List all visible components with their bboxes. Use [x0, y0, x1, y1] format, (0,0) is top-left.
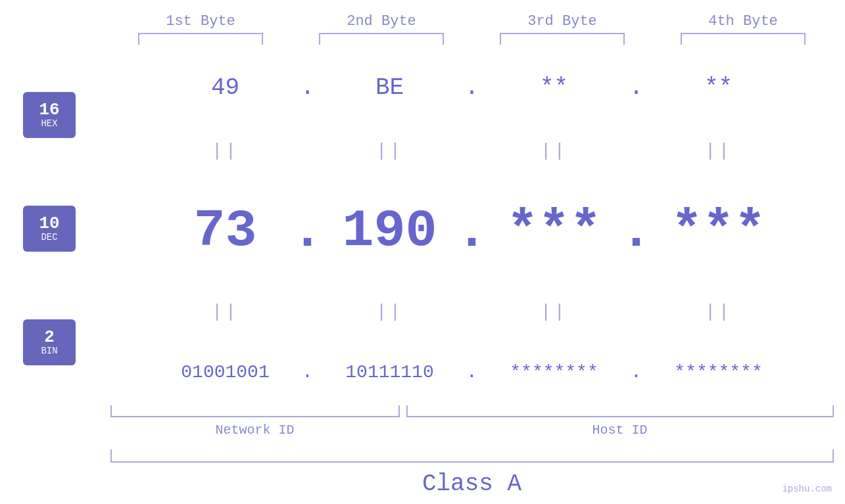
eq2-b2: || — [324, 308, 456, 317]
hex-dot1: . — [291, 74, 324, 101]
eq2-b1: || — [160, 308, 291, 317]
dec-dot1: . — [291, 202, 324, 262]
bin-b2: 10111110 — [324, 362, 456, 382]
dec-b3: *** — [489, 205, 620, 258]
bracket-byte3 — [500, 33, 625, 45]
hex-row: 49 . BE . ** . ** — [99, 74, 845, 101]
hex-badge: 16 HEX — [23, 92, 76, 138]
dec-badge-num: 10 — [39, 214, 59, 233]
bin-dot3: . — [620, 362, 653, 382]
eq2-b4: || — [653, 308, 785, 317]
bin-dot2: . — [456, 362, 489, 382]
eq-row-1: || || || || — [99, 147, 845, 156]
bin-badge-num: 2 — [44, 328, 55, 347]
bottom-section: Network ID Host ID Class A — [0, 405, 845, 504]
hex-dot3: . — [620, 74, 653, 101]
bin-badge: 2 BIN — [23, 319, 76, 365]
bottom-brackets-row — [110, 405, 834, 417]
id-labels-row: Network ID Host ID — [110, 423, 834, 438]
eq1-b3: || — [489, 147, 620, 156]
dec-b2: 190 — [324, 205, 456, 258]
network-id-bracket — [110, 405, 400, 417]
network-id-label: Network ID — [110, 423, 400, 438]
byte1-header: 1st Byte — [135, 13, 266, 30]
class-label: Class A — [110, 470, 834, 497]
eq1-b2: || — [324, 147, 456, 156]
eq2-b3: || — [489, 308, 620, 317]
hex-dot2: . — [456, 74, 489, 101]
top-brackets — [110, 33, 834, 45]
bin-row: 01001001 . 10111110 . ******** . *******… — [99, 362, 845, 382]
bin-dot1: . — [291, 362, 324, 382]
bin-badge-label: BIN — [41, 346, 57, 356]
hex-b1: 49 — [160, 74, 291, 101]
hex-b4: ** — [653, 74, 785, 101]
eq1-b4: || — [653, 147, 785, 156]
host-id-bracket — [406, 405, 834, 417]
byte4-header: 4th Byte — [677, 13, 809, 30]
hex-badge-label: HEX — [41, 119, 57, 129]
hex-b3: ** — [489, 74, 620, 101]
dec-dot3: . — [620, 202, 653, 262]
byte2-header: 2nd Byte — [316, 13, 447, 30]
dec-b4: *** — [653, 205, 785, 258]
data-columns: 49 . BE . ** . ** || || || || 73 — [99, 51, 845, 405]
dec-dot2: . — [456, 202, 489, 262]
bin-b4: ******** — [653, 362, 785, 382]
bin-b3: ******** — [489, 362, 620, 382]
dec-badge-label: DEC — [41, 233, 57, 242]
dec-b1: 73 — [160, 205, 291, 258]
byte3-header: 3rd Byte — [496, 13, 628, 30]
hex-badge-num: 16 — [39, 101, 59, 120]
dec-row: 73 . 190 . *** . *** — [99, 202, 845, 262]
dec-badge: 10 DEC — [23, 206, 76, 252]
host-id-label: Host ID — [406, 423, 834, 438]
watermark: ipshu.com — [782, 484, 832, 494]
eq-row-2: || || || || — [99, 308, 845, 317]
badges-column: 16 HEX 10 DEC 2 BIN — [0, 51, 99, 405]
bracket-byte2 — [319, 33, 444, 45]
hex-b2: BE — [324, 74, 456, 101]
bracket-byte4 — [681, 33, 806, 45]
eq1-b1: || — [160, 147, 291, 156]
bracket-byte1 — [138, 33, 263, 45]
main-container: 1st Byte 2nd Byte 3rd Byte 4th Byte 16 H… — [0, 0, 845, 504]
byte-headers: 1st Byte 2nd Byte 3rd Byte 4th Byte — [110, 0, 834, 30]
bin-b1: 01001001 — [160, 362, 291, 382]
content-area: 16 HEX 10 DEC 2 BIN 49 . BE . ** . ** — [0, 51, 845, 405]
class-bracket — [110, 449, 834, 463]
